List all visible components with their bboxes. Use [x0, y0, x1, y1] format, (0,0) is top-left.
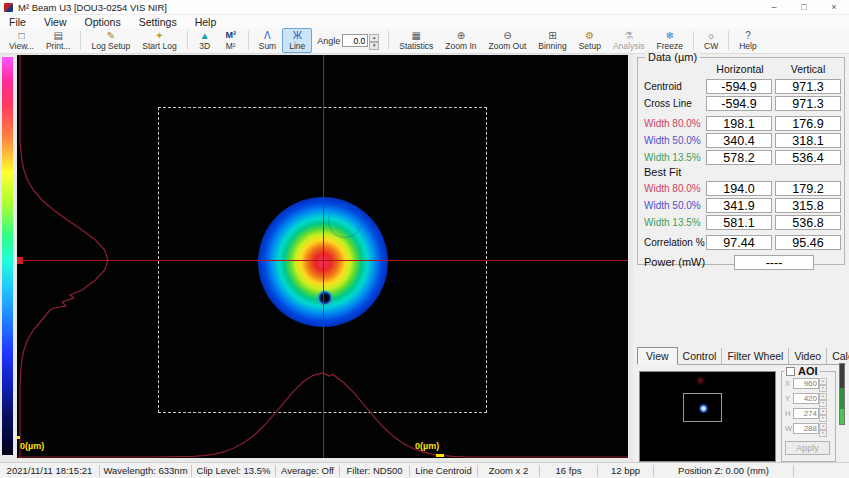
tab-view[interactable]: View	[637, 347, 678, 365]
aoi-x-field[interactable]: 960	[793, 378, 819, 389]
aoi-y-spinner[interactable]: ▲▼	[819, 393, 827, 404]
crosshair-horizontal[interactable]	[17, 260, 628, 261]
analysis-button[interactable]: ⚗ Analysis	[607, 28, 651, 53]
maximize-button[interactable]: □	[789, 0, 819, 15]
right-panel: Data (µm) Horizontal Vertical Centroid -…	[633, 54, 849, 462]
line-button[interactable]: Ж Line	[282, 28, 312, 53]
column-header-vertical: Vertical	[774, 63, 842, 75]
status-wavelength: Wavelength: 633nm	[100, 465, 192, 477]
toolbar: □ View... ▤ Print... ✎ Log Setup ✦ Start…	[0, 28, 849, 54]
crossline-h-value: -594.9	[706, 96, 772, 111]
toolbar-separator	[693, 31, 694, 50]
h-axis-tick	[436, 454, 444, 457]
v-axis-tick	[17, 436, 20, 439]
statistics-button[interactable]: ▦ Statistics	[393, 28, 439, 53]
zoom-out-button[interactable]: ⊖ Zoom Out	[483, 28, 533, 53]
status-bar: 2021/11/11 18:15:21 Wavelength: 633nm Cl…	[0, 462, 849, 478]
camera-preview[interactable]	[639, 371, 776, 462]
help-button[interactable]: ? Help	[733, 28, 762, 53]
crosshair-vertical[interactable]	[323, 55, 324, 458]
width80-v-value: 176.9	[775, 116, 841, 131]
tab-filter-wheel[interactable]: Filter Wheel	[722, 348, 789, 364]
toolbar-separator	[728, 31, 729, 50]
status-line-centroid: Line Centroid	[410, 465, 478, 477]
power-value: ----	[734, 255, 814, 270]
aoi-checkbox[interactable]	[786, 367, 795, 376]
correlation-h-value: 97.44	[706, 235, 772, 250]
power-label: Power (mW)	[644, 256, 706, 268]
fit-width80-h-value: 194.0	[706, 181, 772, 196]
cw-icon: ☼	[707, 30, 716, 41]
status-fps: 16 fps	[540, 465, 598, 477]
table-row: Width 50.0% 341.9 315.8	[640, 197, 846, 213]
start-log-button[interactable]: ✦ Start Log	[136, 28, 183, 53]
fit-width50-h-value: 341.9	[706, 198, 772, 213]
column-header-horizontal: Horizontal	[706, 63, 774, 75]
menu-help[interactable]: Help	[186, 16, 226, 28]
width50-v-value: 318.1	[775, 133, 841, 148]
menu-settings[interactable]: Settings	[130, 16, 186, 28]
intensity-colorbar	[2, 57, 13, 455]
tab-calculation[interactable]: Calculation	[827, 348, 849, 364]
aoi-w-spinner[interactable]: ▲▼	[819, 423, 827, 434]
gain-slider[interactable]	[839, 363, 845, 425]
table-row: Correlation % 97.44 95.46	[640, 234, 846, 250]
log-setup-icon: ✎	[107, 30, 115, 41]
window-controls: – □ ×	[759, 0, 849, 15]
aoi-x-spinner[interactable]: ▲▼	[819, 378, 827, 389]
app-icon	[4, 3, 13, 12]
tab-video[interactable]: Video	[789, 348, 827, 364]
help-icon: ?	[745, 30, 751, 41]
status-zoom: Zoom x 2	[478, 465, 540, 477]
width80-h-value: 198.1	[706, 116, 772, 131]
window-title: M² Beam U3 [DOU3-0254 VIS NIR]	[18, 2, 167, 13]
aoi-h-field[interactable]: 274	[793, 408, 819, 419]
m2-button[interactable]: M² M²	[218, 28, 244, 53]
toolbar-separator	[80, 31, 81, 50]
setup-button[interactable]: ⚙ Setup	[573, 28, 607, 53]
aoi-apply-button[interactable]: Apply	[785, 441, 830, 455]
angle-input[interactable]	[342, 34, 368, 47]
fit-width135-h-value: 581.1	[706, 215, 772, 230]
aoi-y-field[interactable]: 420	[793, 393, 819, 404]
view-button[interactable]: □ View...	[3, 28, 40, 53]
crossline-v-value: 971.3	[775, 96, 841, 111]
status-position-z: Position Z: 0.00 (mm)	[654, 465, 794, 477]
width50-h-value: 340.4	[706, 133, 772, 148]
statistics-icon: ▦	[412, 30, 421, 41]
close-button[interactable]: ×	[819, 0, 849, 15]
fit-width80-v-value: 179.2	[775, 181, 841, 196]
angle-label: Angle	[317, 36, 340, 46]
tab-control[interactable]: Control	[678, 348, 723, 364]
status-filler	[794, 465, 849, 477]
log-setup-button[interactable]: ✎ Log Setup	[85, 28, 136, 53]
fit-width50-v-value: 315.8	[775, 198, 841, 213]
zoom-in-button[interactable]: ⊕ Zoom In	[439, 28, 482, 53]
app-window: M² Beam U3 [DOU3-0254 VIS NIR] – □ × Fil…	[0, 0, 849, 478]
menu-file[interactable]: File	[0, 16, 35, 28]
beam-display[interactable]: 0(µm) 0(µm)	[17, 55, 628, 458]
menu-options[interactable]: Options	[76, 16, 130, 28]
minimize-button[interactable]: –	[759, 0, 789, 15]
menu-view[interactable]: View	[35, 16, 76, 28]
freeze-button[interactable]: ❄ Freeze	[651, 28, 689, 53]
cw-button[interactable]: ☼ CW	[698, 28, 724, 53]
toolbar-separator	[187, 31, 188, 50]
angle-spinner[interactable]: ▲▼	[369, 34, 379, 47]
print-icon: ▤	[53, 30, 62, 41]
aoi-h-spinner[interactable]: ▲▼	[819, 408, 827, 419]
setup-icon: ⚙	[585, 30, 594, 41]
3d-icon: ▲	[200, 30, 210, 41]
aoi-label: AOI	[798, 365, 818, 377]
print-button[interactable]: ▤ Print...	[40, 28, 77, 53]
preview-red-artifact	[698, 378, 703, 383]
aoi-w-field[interactable]: 288	[793, 423, 819, 434]
binning-icon: ⊞	[548, 30, 556, 41]
sum-button[interactable]: Λ Sum	[253, 28, 282, 53]
binning-button[interactable]: ⊞ Binning	[532, 28, 572, 53]
view-icon: □	[18, 30, 24, 41]
centroid-left-marker	[17, 257, 23, 264]
3d-button[interactable]: ▲ 3D	[192, 28, 218, 53]
title-bar: M² Beam U3 [DOU3-0254 VIS NIR] – □ ×	[0, 0, 849, 15]
line-icon: Ж	[293, 30, 302, 41]
